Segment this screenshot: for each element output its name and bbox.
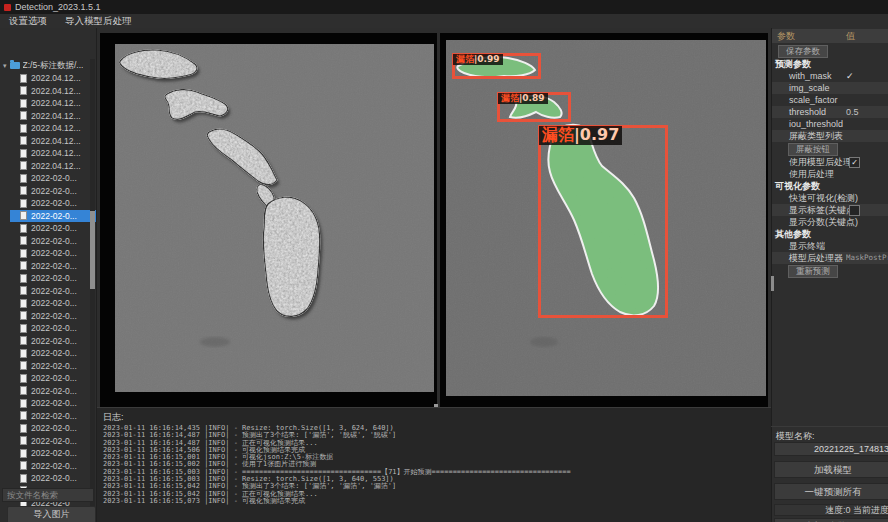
param-button[interactable]: 屏蔽按钮 [788,143,838,156]
tree-scrollbar-thumb[interactable] [90,211,95,289]
menu-settings[interactable]: 设置选项 [0,14,56,28]
param-row[interactable]: 显示标签(关键点) [772,204,888,216]
tree-item-label: 2022-02-0... [31,398,77,408]
param-row[interactable]: img_scale [772,82,888,94]
param-row[interactable]: scale_factor [772,94,888,106]
tree-item[interactable]: 2022.04.12... [10,85,96,98]
param-button[interactable]: 重新预测 [788,265,838,278]
tree-item[interactable]: 2022-02-0... [10,410,96,423]
param-row[interactable]: with_mask✓ [772,70,888,82]
param-label: 显示分数(关键点) [772,216,858,228]
param-label: 屏蔽类型列表 [772,130,843,142]
param-row[interactable]: 显示终端 [772,240,888,252]
param-row[interactable]: threshold0.5 [772,106,888,118]
tree-item[interactable]: 2022-02-0... [10,197,96,210]
tree-item[interactable]: 2022-02-0... [10,272,96,285]
param-row[interactable]: 显示分数(关键点) [772,216,888,228]
tree-item[interactable]: 2022-02-0... [10,372,96,385]
tree-item[interactable]: 2022-02-0... [10,385,96,398]
tree-item[interactable]: 2022-02-0... [10,360,96,373]
file-icon [20,311,27,320]
log-lines[interactable]: 2023-01-11 16:16:14,435 |INFO| - Resize:… [103,425,765,521]
tree-item[interactable]: 2022-02-0... [10,297,96,310]
checkbox[interactable] [849,205,860,216]
param-label: 使用后处理 [772,168,834,180]
tree-item[interactable]: 2022-02-0... [10,285,96,298]
param-section-header: 可视化参数 [772,180,888,192]
tree-item[interactable]: 2022.04.12... [10,97,96,110]
search-input[interactable] [2,488,94,502]
tree-item[interactable]: 2022-02-0... [10,335,96,348]
file-icon [20,124,27,133]
tree-item-label: 2022-02-0... [31,436,77,446]
tree-item[interactable]: 2022-02-0... [10,310,96,323]
tree-item-label: 2022-02-0... [31,298,77,308]
tree-item[interactable]: 2022-02-0... [10,210,96,223]
tree-item[interactable]: 2022.04.12... [10,135,96,148]
file-icon [20,349,27,358]
file-icon [20,424,27,433]
tree-item[interactable]: 2022-02-0... [10,460,96,473]
file-icon [20,474,27,483]
param-button[interactable]: 保存参数 [778,45,828,58]
tree-item[interactable]: 2022-02-0... [10,397,96,410]
tree-item-label: 2022-02-0... [31,448,77,458]
tree-item[interactable]: 2022-02-0... [10,222,96,235]
menu-import-postprocess[interactable]: 导入模型后处理 [56,14,141,28]
tree-item[interactable]: 2022.04.12... [10,160,96,173]
file-tree: ▾ Z:/5-标注数据/... 2022.04.12...2022.04.12.… [0,59,96,511]
param-row[interactable]: 快速可视化(检测) [772,192,888,204]
param-label: with_mask [772,70,832,82]
predict-all-button[interactable]: 一键预测所有 [774,483,888,500]
param-header-value: 值 [846,29,855,43]
tree-item[interactable]: 2022-02-0... [10,447,96,460]
params-scrollbar-thumb[interactable] [771,276,774,291]
tree-item-label: 2022-02-0... [31,186,77,196]
tree-root[interactable]: ▾ Z:/5-标注数据/... [0,59,96,72]
tree-item[interactable]: 2022-02-0... [10,247,96,260]
param-row[interactable]: 使用模型后处理✓ [772,156,888,168]
tree-item[interactable]: 2022-02-0... [10,185,96,198]
param-row[interactable]: 屏蔽类型列表 [772,130,888,142]
tree-item-label: 2022-02-0... [31,461,77,471]
import-images-button[interactable]: 导入图片 [7,506,96,522]
post-process-settings-button[interactable]: 后处理参数设置 [774,518,888,522]
param-row[interactable]: 模型后处理器MaskPostPro [772,252,888,264]
tree-item[interactable]: 2022.04.12... [10,72,96,85]
tree-item-label: 2022-02-0... [31,286,77,296]
file-icon [20,411,27,420]
model-name-field[interactable]: 20221225_174813 [774,442,888,456]
log-line: 2023-01-11 16:16:15,073 |INFO| - 可视化预测结果… [103,498,765,505]
tree-item[interactable]: 2022-02-0... [10,435,96,448]
tree-item[interactable]: 2022-02-0... [10,347,96,360]
file-icon [20,449,27,458]
tree-item-label: 2022-02-0... [31,198,77,208]
tree-item[interactable]: 2022-02-0... [10,172,96,185]
tree-item[interactable]: 2022.04.12... [10,122,96,135]
tree-item-label: 2022-02-0... [31,411,77,421]
tree-item-label: 2022.04.12... [31,73,81,83]
file-icon [20,161,27,170]
file-icon [20,99,27,108]
tree-item[interactable]: 2022.04.12... [10,110,96,123]
tree-item[interactable]: 2022-02-0... [10,472,96,485]
tree-item-label: 2022.04.12... [31,161,81,171]
load-model-button[interactable]: 加载模型 [774,461,888,478]
tree-item[interactable]: 2022.04.12... [10,147,96,160]
folder-icon [10,62,20,69]
tree-item-label: 2022-02-0... [31,323,77,333]
tree-item[interactable]: 2022-02-0... [10,260,96,273]
tree-item-label: 2022-02-0... [31,373,77,383]
tree-item-label: 2022-02-0... [31,223,77,233]
param-section-header: 预测参数 [772,58,888,70]
tree-item[interactable]: 2022-02-0... [10,322,96,335]
param-row[interactable]: iou_threshold [772,118,888,130]
tree-item[interactable]: 2022-02-0... [10,422,96,435]
param-value: 0.5 [846,106,859,118]
param-row[interactable]: 使用后处理 [772,168,888,180]
tree-item-label: 2022-02-0... [31,173,77,183]
checkbox[interactable]: ✓ [849,157,860,168]
tree-item[interactable]: 2022-02-0... [10,235,96,248]
param-button-row: 屏蔽按钮 [772,142,888,156]
chevron-down-icon[interactable]: ▾ [3,62,7,69]
